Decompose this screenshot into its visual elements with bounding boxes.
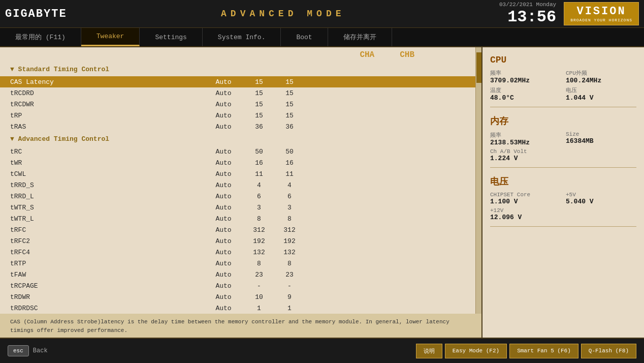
bottom-buttons: 说明 Easy Mode (F2) Smart Fan 5 (F6) Q-Fla… bbox=[416, 344, 636, 358]
row-value: Auto bbox=[203, 293, 244, 301]
explain-button[interactable]: 说明 bbox=[416, 344, 442, 358]
smart-fan-button[interactable]: Smart Fan 5 (F6) bbox=[509, 344, 578, 358]
row-chb: 15 bbox=[274, 78, 305, 86]
chipset-value: 1.100 V bbox=[490, 198, 561, 205]
table-row[interactable]: tWTR_S Auto 3 3 bbox=[0, 202, 475, 213]
cpu-freq-label: 频率 bbox=[490, 69, 561, 77]
voltage-title: 电压 bbox=[490, 175, 636, 188]
cpu-voltage-label: 电压 bbox=[566, 86, 636, 94]
row-value: Auto bbox=[203, 204, 244, 211]
row-cha: 10 bbox=[244, 293, 274, 301]
row-chb: 36 bbox=[274, 123, 305, 131]
memory-title: 内存 bbox=[490, 115, 636, 127]
esc-button[interactable]: esc bbox=[8, 345, 29, 356]
table-row[interactable]: CAS Latency Auto 15 15 bbox=[0, 76, 475, 87]
ch-header: CHA CHB bbox=[0, 47, 475, 63]
cpu-section: CPU 频率 3709.02MHz CPU外频 100.24MHz 温度 48.… bbox=[490, 55, 636, 107]
row-value: Auto bbox=[203, 249, 244, 256]
mem-size-label: Size bbox=[566, 131, 636, 137]
row-chb: 50 bbox=[274, 148, 305, 156]
tab-system-info[interactable]: System Info. bbox=[203, 28, 281, 46]
row-value: Auto bbox=[203, 305, 244, 312]
tab-frequently-used[interactable]: 最常用的 (F11) bbox=[0, 28, 81, 46]
table-row[interactable]: tRAS Auto 36 36 bbox=[0, 121, 475, 132]
row-name: tWR bbox=[10, 159, 203, 167]
tab-boot[interactable]: Boot bbox=[281, 28, 328, 46]
tab-save-exit[interactable]: 储存并离开 bbox=[328, 28, 392, 46]
row-value: Auto bbox=[203, 148, 244, 156]
scroll-thumb[interactable] bbox=[476, 52, 481, 83]
row-name: tWTR_L bbox=[10, 215, 203, 223]
table-row[interactable]: tRRD_S Auto 4 4 bbox=[0, 179, 475, 191]
right-panel: CPU 频率 3709.02MHz CPU外频 100.24MHz 温度 48.… bbox=[481, 47, 644, 338]
description-text: CAS (Column Address Strobe)latency is th… bbox=[0, 314, 481, 338]
date-line: 03/22/2021 Monday bbox=[499, 2, 556, 8]
table-row[interactable]: tRFC2 Auto 192 192 bbox=[0, 235, 475, 247]
row-cha: 11 bbox=[244, 170, 274, 178]
main-layout: CHA CHB ▼ Standard Timing Control CAS La… bbox=[0, 47, 644, 338]
easy-mode-button[interactable]: Easy Mode (F2) bbox=[445, 344, 507, 358]
table-row[interactable]: tRRD_L Auto 6 6 bbox=[0, 191, 475, 202]
row-chb: 192 bbox=[274, 237, 305, 245]
standard-timing-header: ▼ Standard Timing Control bbox=[0, 63, 475, 76]
table-row[interactable]: tRTP Auto 8 8 bbox=[0, 258, 475, 269]
cpu-voltage-value: 1.044 V bbox=[566, 94, 636, 102]
table-row[interactable]: tRDRDSC Auto 1 1 bbox=[0, 302, 475, 314]
row-cha: 1 bbox=[244, 305, 274, 312]
vision-sub: BROADEN YOUR HORIZONS bbox=[570, 18, 632, 22]
row-cha: 50 bbox=[244, 148, 274, 156]
table-row[interactable]: tRCPAGE Auto - - bbox=[0, 280, 475, 291]
row-chb: 23 bbox=[274, 271, 305, 279]
row-name: tRFC bbox=[10, 226, 203, 234]
cpu-ext-freq-value: 100.24MHz bbox=[566, 77, 636, 84]
table-row[interactable]: tWTR_L Auto 8 8 bbox=[0, 213, 475, 224]
row-cha: 16 bbox=[244, 159, 274, 167]
memory-stats: 频率 2138.53MHz Size 16384MB Ch A/B Volt 1… bbox=[490, 131, 636, 162]
row-value: Auto bbox=[203, 170, 244, 178]
table-row[interactable]: tFAW Auto 23 23 bbox=[0, 269, 475, 280]
table-row[interactable]: tRCDWR Auto 15 15 bbox=[0, 99, 475, 110]
row-name: tRCDWR bbox=[10, 101, 203, 108]
table-row[interactable]: tRCDRD Auto 15 15 bbox=[0, 87, 475, 99]
row-cha: 15 bbox=[244, 78, 274, 86]
row-value: Auto bbox=[203, 226, 244, 234]
row-name: tRTP bbox=[10, 260, 203, 267]
row-value: Auto bbox=[203, 215, 244, 223]
row-cha: 36 bbox=[244, 123, 274, 131]
row-cha: 8 bbox=[244, 260, 274, 267]
row-chb: 1 bbox=[274, 305, 305, 312]
top-bar: GIGABYTE ADVANCED MODE 03/22/2021 Monday… bbox=[0, 0, 644, 28]
row-value: Auto bbox=[203, 182, 244, 189]
row-chb: 15 bbox=[274, 112, 305, 119]
row-name: tRDRDSC bbox=[10, 305, 203, 312]
table-row[interactable]: tRC Auto 50 50 bbox=[0, 146, 475, 157]
row-cha: 192 bbox=[244, 237, 274, 245]
row-value: Auto bbox=[203, 282, 244, 290]
row-name: tRRD_L bbox=[10, 193, 203, 200]
row-chb: 9 bbox=[274, 293, 305, 301]
mem-chvolt-label: Ch A/B Volt bbox=[490, 148, 636, 155]
row-name: tCWL bbox=[10, 170, 203, 178]
tab-tweaker[interactable]: Tweaker bbox=[81, 28, 140, 46]
table-row[interactable]: tRP Auto 15 15 bbox=[0, 110, 475, 121]
table-row[interactable]: tCWL Auto 11 11 bbox=[0, 168, 475, 179]
row-value: Auto bbox=[203, 159, 244, 167]
table-row[interactable]: tWR Auto 16 16 bbox=[0, 157, 475, 168]
row-chb: 11 bbox=[274, 170, 305, 178]
table-row[interactable]: tRFC Auto 312 312 bbox=[0, 224, 475, 235]
mem-freq-label: 频率 bbox=[490, 131, 561, 139]
mem-freq-value: 2138.53MHz bbox=[490, 139, 561, 146]
top-right: 03/22/2021 Monday 13:56 VISION BROADEN Y… bbox=[499, 2, 639, 26]
table-row[interactable]: tRFC4 Auto 132 132 bbox=[0, 247, 475, 258]
p12v-value: 12.096 V bbox=[490, 214, 636, 221]
row-name: tRC bbox=[10, 148, 203, 156]
advanced-timing-header: ▼ Advanced Timing Control bbox=[0, 132, 475, 146]
row-value: Auto bbox=[203, 260, 244, 267]
table-row[interactable]: tRDWR Auto 10 9 bbox=[0, 291, 475, 302]
row-cha: 132 bbox=[244, 249, 274, 256]
row-value: Auto bbox=[203, 237, 244, 245]
tab-settings[interactable]: Settings bbox=[140, 28, 202, 46]
qflash-button[interactable]: Q-Flash (F8) bbox=[581, 344, 636, 358]
scrollbar[interactable] bbox=[475, 47, 481, 314]
cpu-stats: 频率 3709.02MHz CPU外频 100.24MHz 温度 48.0°C … bbox=[490, 69, 636, 102]
